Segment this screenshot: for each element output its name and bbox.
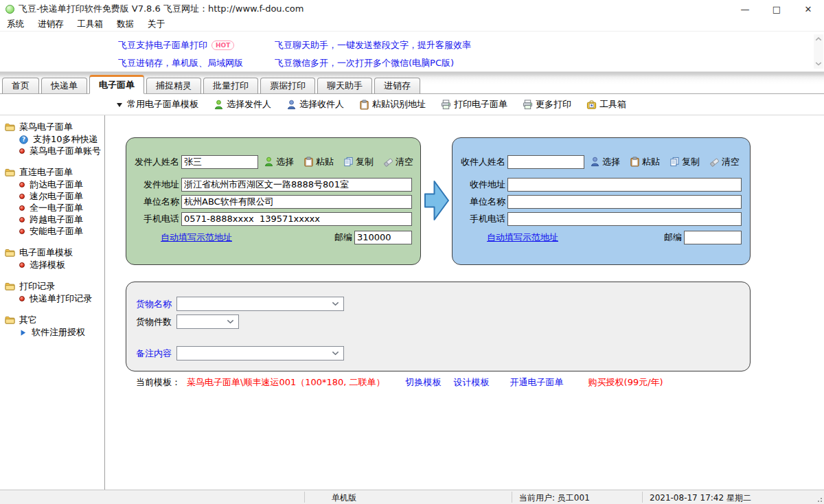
tab-inventory[interactable]: 进销存 xyxy=(374,78,420,94)
tab-chat-assistant[interactable]: 聊天助手 xyxy=(317,78,372,94)
banner-link-wechat-multi[interactable]: 飞豆微信多开，一次打开多个微信(电脑PC版) xyxy=(275,57,824,69)
tab-receipt-print[interactable]: 票据打印 xyxy=(260,78,315,94)
sidebar-folder-other[interactable]: 其它 xyxy=(5,314,104,325)
recipient-zip-input[interactable] xyxy=(684,231,742,244)
sidebar-folder-cainiao[interactable]: 菜鸟电子面单 xyxy=(5,121,104,133)
sidebar-folder-label: 直连电子面单 xyxy=(19,166,73,179)
recipient-panel: 收件人姓名 选择 粘贴 复制 xyxy=(452,137,751,265)
status-divider xyxy=(304,492,305,503)
sender-zip-input[interactable] xyxy=(354,231,412,244)
sidebar-item-label: 快递单打印记录 xyxy=(30,293,92,305)
tab-batch-print[interactable]: 批量打印 xyxy=(203,78,258,94)
sender-clear-button[interactable]: 清空 xyxy=(383,156,413,168)
menu-bar: 系统 进销存 工具箱 数据 关于 xyxy=(0,18,824,32)
recipient-address-input[interactable] xyxy=(507,178,742,192)
sidebar-item-register-license[interactable]: 软件注册授权 xyxy=(5,327,104,338)
sender-autofill-link[interactable]: 自动填写示范地址 xyxy=(161,231,232,244)
sidebar-item-kuayue[interactable]: 跨越电子面单 xyxy=(5,214,104,225)
buy-license-link[interactable]: 购买授权(99元/年) xyxy=(588,376,663,389)
sidebar-item-waybill-print-records[interactable]: 快递单打印记录 xyxy=(5,293,104,304)
sidebar-folder-print-records[interactable]: 打印记录 xyxy=(5,280,104,292)
person-blue-icon xyxy=(590,157,600,167)
toolbar-toolbox[interactable]: 工具箱 xyxy=(586,98,626,111)
recipient-autofill-link[interactable]: 自动填写示范地址 xyxy=(487,231,558,244)
sidebar-folder-template[interactable]: 电子面单模板 xyxy=(5,247,104,258)
recipient-copy-button[interactable]: 复制 xyxy=(670,156,700,168)
sender-select-label: 选择 xyxy=(276,156,294,168)
banner-link-ewaybill-label: 飞豆支持电子面单打印 xyxy=(118,39,207,51)
recipient-name-input[interactable] xyxy=(507,155,584,169)
sender-copy-button[interactable]: 复制 xyxy=(343,156,374,168)
goods-name-select[interactable] xyxy=(176,297,344,311)
sidebar: 菜鸟电子面单 支持10多种快递 菜鸟电子面单账号 直连电子面单 xyxy=(0,115,105,490)
tab-ewaybill[interactable]: 电子面单 xyxy=(89,75,144,94)
sidebar-item-anneng[interactable]: 安能电子面单 xyxy=(5,226,104,237)
sidebar-item-sure[interactable]: 速尔电子面单 xyxy=(5,191,104,202)
status-divider xyxy=(642,492,643,503)
sidebar-folder-label: 其它 xyxy=(19,314,37,326)
menu-inventory[interactable]: 进销存 xyxy=(31,19,71,30)
tab-capture[interactable]: 捕捉精灵 xyxy=(146,78,201,94)
banner-link-ewaybill[interactable]: 飞豆支持电子面单打印 HOT xyxy=(118,39,275,51)
banner-scrollbar[interactable] xyxy=(814,34,823,69)
goods-count-select[interactable] xyxy=(176,314,239,329)
toolbar-template-menu[interactable]: 常用电子面单模板 xyxy=(117,98,198,111)
banner-link-inventory[interactable]: 飞豆进销存，单机版、局域网版 xyxy=(118,57,275,69)
printer-icon xyxy=(441,100,451,110)
recipient-clear-button[interactable]: 清空 xyxy=(709,156,740,168)
bullet-icon xyxy=(19,262,25,268)
scroll-down-icon[interactable] xyxy=(815,62,822,66)
sender-address-input[interactable] xyxy=(181,178,412,192)
resize-grip[interactable] xyxy=(821,501,822,502)
sidebar-group-other: 其它 软件注册授权 xyxy=(5,314,104,338)
sidebar-item-select-template[interactable]: 选择模板 xyxy=(5,260,104,271)
banner-link-chat-assistant[interactable]: 飞豆聊天助手，一键发送整段文字，提升客服效率 xyxy=(275,39,824,51)
open-ewaybill-link[interactable]: 开通电子面单 xyxy=(510,376,564,389)
close-button[interactable]: ✕ xyxy=(792,0,824,18)
toolbar-print-ewaybill[interactable]: 打印电子面单 xyxy=(441,98,507,111)
sidebar-item-yunda[interactable]: 韵达电子面单 xyxy=(5,179,104,190)
sender-panel: 发件人姓名 选择 粘贴 复制 xyxy=(126,137,421,265)
switch-template-link[interactable]: 切换模板 xyxy=(406,376,442,389)
sender-company-label: 单位名称 xyxy=(133,196,179,208)
toolbar-more-print[interactable]: 更多打印 xyxy=(523,98,571,111)
toolbar-select-sender[interactable]: 选择发件人 xyxy=(214,98,271,111)
sender-paste-button[interactable]: 粘贴 xyxy=(304,156,334,168)
scroll-up-icon[interactable] xyxy=(815,37,822,41)
goods-name-label: 货物名称 xyxy=(136,298,174,310)
recipient-phone-input[interactable] xyxy=(507,212,742,226)
toolbar-select-recipient[interactable]: 选择收件人 xyxy=(286,98,344,111)
window-title: 飞豆-快递单打印软件免费版 V7.8.6 飞豆网址：http://www.f-d… xyxy=(19,3,304,15)
sidebar-folder-label: 电子面单模板 xyxy=(19,247,73,259)
design-template-link[interactable]: 设计模板 xyxy=(454,376,490,389)
sender-select-button[interactable]: 选择 xyxy=(264,156,294,168)
sidebar-item-supported-couriers[interactable]: 支持10多种快递 xyxy=(5,134,104,145)
minimize-button[interactable]: — xyxy=(729,0,761,18)
sidebar-item-quanyi[interactable]: 全一电子面单 xyxy=(5,203,104,214)
banner-link-inventory-label: 飞豆进销存，单机版、局域网版 xyxy=(118,57,243,69)
recipient-paste-button[interactable]: 粘贴 xyxy=(630,156,660,168)
goods-note-select[interactable] xyxy=(176,346,344,360)
menu-data[interactable]: 数据 xyxy=(110,19,141,30)
sender-clear-label: 清空 xyxy=(396,156,413,168)
sender-name-input[interactable] xyxy=(181,155,258,169)
tab-waybill[interactable]: 快递单 xyxy=(41,78,87,94)
menu-system[interactable]: 系统 xyxy=(0,19,31,30)
goods-note-label: 备注内容 xyxy=(136,347,174,360)
recipient-company-input[interactable] xyxy=(507,195,742,209)
folder-icon xyxy=(5,123,15,131)
recipient-select-label: 选择 xyxy=(602,156,620,168)
menu-about[interactable]: 关于 xyxy=(141,19,172,30)
toolbar-paste-recognize[interactable]: 粘贴识别地址 xyxy=(359,98,426,111)
maximize-button[interactable]: □ xyxy=(761,0,792,18)
sidebar-item-cainiao-account[interactable]: 菜鸟电子面单账号 xyxy=(5,146,104,157)
recipient-select-button[interactable]: 选择 xyxy=(590,156,620,168)
current-template-value: 菜鸟电子面单\顺丰速运001（100*180, 二联单） xyxy=(187,376,385,389)
menu-toolbox[interactable]: 工具箱 xyxy=(71,19,111,30)
sender-company-input[interactable] xyxy=(181,195,412,209)
tab-home[interactable]: 首页 xyxy=(2,78,39,94)
toolbar-toolbox-label: 工具箱 xyxy=(599,98,626,111)
sidebar-item-label: 全一电子面单 xyxy=(30,202,83,214)
sender-phone-input[interactable] xyxy=(181,212,412,226)
sidebar-folder-direct[interactable]: 直连电子面单 xyxy=(5,166,104,178)
